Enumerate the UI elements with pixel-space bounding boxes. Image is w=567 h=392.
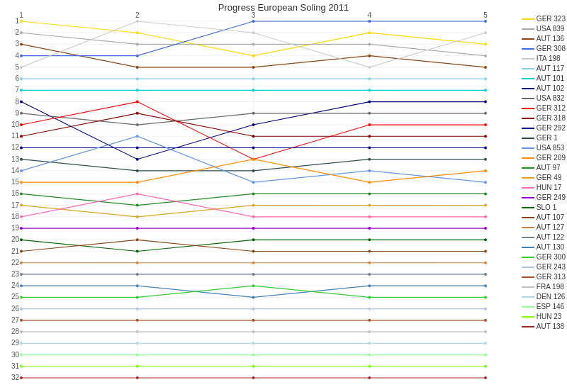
- legend-item: AUT 122: [522, 233, 566, 242]
- legend-item: SLO 1: [522, 203, 566, 213]
- legend-item: USA 853: [522, 143, 566, 153]
- chart-container: GER 323USA 839AUT 136GER 308ITA 198AUT 1…: [0, 0, 567, 392]
- legend-item: AUT 127: [522, 223, 566, 233]
- legend-item: GER 243: [522, 262, 566, 272]
- legend-item: HUN 17: [522, 183, 566, 193]
- legend-item: GER 292: [522, 123, 566, 133]
- legend-item: AUT 138: [522, 322, 566, 332]
- legend-item: AUT 117: [522, 64, 566, 74]
- legend-item: GER 323: [522, 14, 566, 24]
- legend-item: USA 839: [522, 24, 566, 34]
- legend-item: HUN 23: [522, 312, 566, 322]
- legend-item: GER 312: [522, 103, 566, 113]
- chart-legend: GER 323USA 839AUT 136GER 308ITA 198AUT 1…: [522, 14, 566, 332]
- legend-item: GER 308: [522, 44, 566, 54]
- legend-item: AUT 107: [522, 213, 566, 223]
- legend-item: GER 300: [522, 252, 566, 262]
- legend-item: AUT 130: [522, 242, 566, 252]
- legend-item: GER 49: [522, 173, 566, 183]
- legend-item: GER 249: [522, 193, 566, 203]
- legend-item: GER 209: [522, 153, 566, 163]
- legend-item: AUT 136: [522, 34, 566, 44]
- legend-item: DEN 126: [522, 292, 566, 302]
- legend-item: GER 313: [522, 272, 566, 282]
- legend-item: AUT 102: [522, 84, 566, 94]
- legend-item: ITA 198: [522, 54, 566, 64]
- legend-item: FRA 198: [522, 282, 566, 292]
- chart-canvas: [0, 0, 567, 392]
- legend-item: ESP 146: [522, 302, 566, 312]
- legend-item: GER 1: [522, 133, 566, 143]
- legend-item: AUT 97: [522, 163, 566, 173]
- legend-item: GER 318: [522, 113, 566, 123]
- legend-item: USA 832: [522, 94, 566, 103]
- legend-item: AUT 101: [522, 74, 566, 84]
